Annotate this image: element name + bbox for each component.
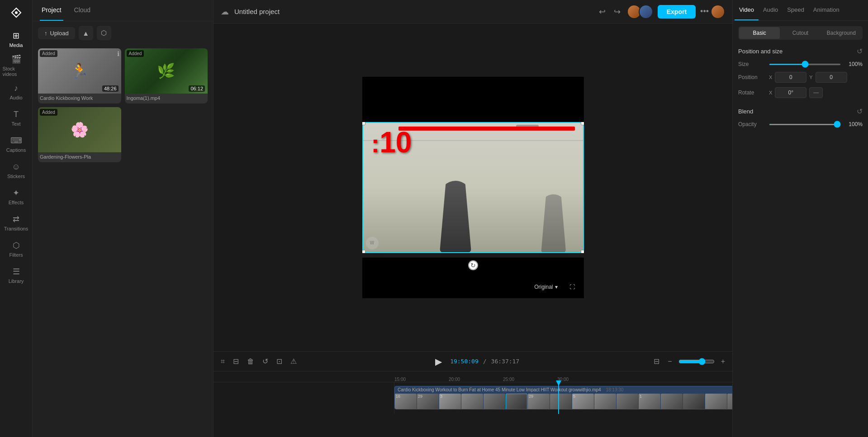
preview-controls: Original ▾ ⛶ (530, 282, 579, 292)
panel-toolbar: ↑ Upload ▲ ⬡ (33, 21, 213, 45)
play-button[interactable]: ▶ (431, 354, 446, 369)
sidebar-item-audio[interactable]: ♪ Audio (3, 80, 30, 104)
delete-button[interactable]: 🗑 (245, 356, 256, 367)
play-icon: ▶ (435, 356, 442, 367)
tab-video[interactable]: Video (735, 0, 759, 20)
sidebar-nav: ⊞ Media 🎬 Stock videos ♪ Audio T Text ⌨ … (0, 0, 33, 437)
stickers-icon: ☺ (12, 162, 20, 172)
position-size-title: Position and size (738, 48, 783, 55)
timeline-clip[interactable]: 16 29 3 (394, 386, 732, 409)
right-panel: Video Audio Speed Animation Basic Cutout… (732, 0, 868, 437)
media-card-garden[interactable]: 🌸 Added Gardening-Flowers-Pla (38, 107, 121, 162)
clip-duration: 18:13:30 (606, 387, 623, 392)
sidebar-item-media[interactable]: ⊞ Media (3, 27, 30, 52)
warning-button[interactable]: ⚠ (289, 355, 299, 367)
frame-num-2: 3 (440, 394, 442, 399)
position-input-group: X Y (769, 72, 863, 83)
pos-x-input[interactable] (775, 72, 806, 83)
blend-reset-button[interactable]: ↺ (857, 107, 863, 116)
dropbox-button[interactable]: ⬡ (97, 26, 111, 40)
mode-tab-cutout[interactable]: Cutout (780, 27, 821, 39)
split-button[interactable]: ⌗ (219, 356, 227, 367)
position-size-reset-button[interactable]: ↺ (857, 47, 863, 56)
label-ingoma: Ingoma(1).mp4 (125, 94, 208, 103)
tab-project[interactable]: Project (40, 0, 63, 21)
duration-ingoma: 06:12 (189, 85, 205, 92)
tab-audio[interactable]: Audio (759, 0, 783, 20)
align-button[interactable]: ⊟ (231, 355, 241, 367)
sidebar-item-stock-videos[interactable]: 🎬 Stock videos (3, 53, 30, 78)
upload-button[interactable]: ↑ Upload (38, 27, 75, 39)
rotate-handle[interactable]: ↻ (468, 260, 478, 270)
main-area: ☁ Untitled project ↩ ↪ Export ••• (213, 0, 732, 437)
mode-tab-background[interactable]: Background (821, 27, 862, 39)
timeline-toolbar: ⌗ ⊟ 🗑 ↺ ⊡ ⚠ ▶ 19:50:09 / 36:37:17 ⊟ − + (213, 352, 732, 371)
loop-button[interactable]: ↺ (261, 355, 270, 367)
sidebar-item-text[interactable]: T Text (3, 106, 30, 130)
ruler-mark-25: 25:00 (503, 377, 557, 382)
zoom-slider[interactable] (678, 358, 715, 365)
cloud-save-icon: ☁ (221, 7, 229, 17)
added-badge-ingoma: Added (127, 50, 144, 57)
rotate-label: Rotate (738, 89, 765, 96)
redo-button[interactable]: ↪ (612, 5, 622, 19)
pos-y-input[interactable] (816, 72, 847, 83)
position-size-section: Position and size ↺ Size 100% Position X… (738, 47, 863, 98)
frame-num-0: 16 (396, 394, 400, 399)
sidebar-item-library[interactable]: ☰ Library (3, 263, 30, 287)
opacity-label: Opacity (738, 121, 765, 127)
undo-button[interactable]: ↩ (597, 5, 607, 19)
sidebar-item-stickers[interactable]: ☺ Stickers (3, 158, 30, 183)
captions-icon: ⌨ (10, 136, 22, 146)
timeline-track-label-area (213, 382, 394, 414)
time-separator: / (483, 358, 487, 365)
crop-button[interactable]: ⊡ (275, 355, 284, 367)
snap-to-grid-button[interactable]: ⊟ (652, 355, 661, 367)
sidebar-item-transitions[interactable]: ⇄ Transitions (3, 211, 30, 235)
avatar-2 (639, 5, 653, 19)
media-card-cardio[interactable]: 🏃 Added ℹ 48:26 Cardio Kickboxing Work (38, 48, 121, 103)
size-slider[interactable] (769, 64, 841, 65)
rotate-lock-button[interactable]: — (809, 87, 823, 98)
more-options-button[interactable]: ••• (700, 7, 709, 16)
fullscreen-button[interactable]: ⛶ (565, 282, 579, 292)
fullscreen-icon: ⛶ (569, 284, 575, 290)
export-button[interactable]: Export (658, 5, 696, 19)
svg-point-0 (15, 11, 18, 14)
position-size-header: Position and size ↺ (738, 47, 863, 56)
opacity-slider-wrap (769, 124, 841, 125)
media-icon: ⊞ (13, 31, 19, 41)
text-icon: T (14, 110, 19, 119)
rotate-x-input[interactable] (775, 87, 806, 98)
size-label: Size (738, 61, 765, 67)
media-card-ingoma[interactable]: 🌿 Added 06:12 Ingoma(1).mp4 (125, 48, 208, 103)
frame-num-8: 5 (573, 394, 575, 399)
google-drive-button[interactable]: ▲ (79, 26, 93, 40)
sidebar-item-filters[interactable]: ⬡ Filters (3, 237, 30, 261)
ruler-mark-30: 30:00 (557, 377, 612, 382)
opacity-slider[interactable] (769, 124, 841, 125)
blend-header: Blend ↺ (738, 107, 863, 116)
timeline-track-content: 16 29 3 (394, 382, 732, 414)
zoom-out-button[interactable]: − (666, 356, 674, 367)
rotate-input-group: X — (769, 87, 863, 98)
zoom-in-button[interactable]: + (719, 356, 727, 367)
right-tabs: Video Audio Speed Animation (733, 0, 868, 21)
timeline-scroll[interactable]: 15:00 20:00 25:00 30:00 (213, 371, 732, 437)
tab-cloud[interactable]: Cloud (72, 0, 93, 21)
rotate-x-label: X (769, 90, 772, 95)
added-badge-cardio: Added (40, 50, 57, 57)
wc-logo: W (366, 237, 379, 249)
ruler-mark-15: 15:00 (394, 377, 449, 382)
tab-animation[interactable]: Animation (809, 0, 844, 20)
media-grid: 🏃 Added ℹ 48:26 Cardio Kickboxing Work 🌿… (33, 45, 213, 166)
size-row: Size 100% (738, 61, 863, 67)
mode-tab-basic[interactable]: Basic (739, 27, 780, 39)
size-slider-wrap (769, 64, 841, 65)
sidebar-item-captions[interactable]: ⌨ Captions (3, 132, 30, 156)
sidebar-item-effects[interactable]: ✦ Effects (3, 184, 30, 209)
aspect-ratio-button[interactable]: Original ▾ (530, 282, 562, 292)
effects-icon: ✦ (13, 188, 19, 198)
frame-num-12: 1 (640, 394, 642, 399)
tab-speed[interactable]: Speed (783, 0, 809, 20)
